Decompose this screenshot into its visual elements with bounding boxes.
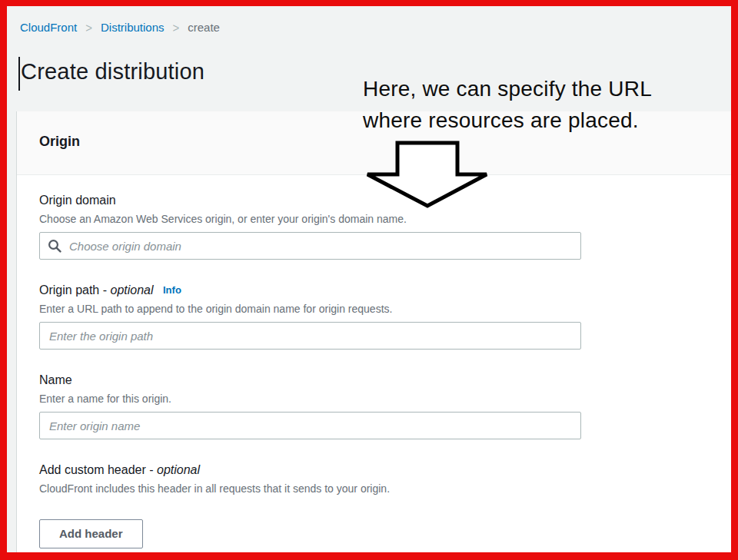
custom-header-description: CloudFront includes this header in all r… (39, 482, 731, 495)
origin-path-description: Enter a URL path to append to the origin… (39, 302, 731, 316)
origin-name-input[interactable] (39, 412, 581, 439)
origin-panel-title: Origin (39, 134, 80, 149)
breadcrumb-current-page: create (188, 21, 220, 34)
origin-path-info-link[interactable]: Info (163, 284, 181, 296)
page-title: Create distribution (21, 59, 204, 84)
add-header-button[interactable]: Add header (39, 519, 143, 548)
down-block-arrow-icon (361, 138, 500, 216)
origin-domain-input-wrap (39, 232, 581, 260)
text-cursor (18, 57, 20, 91)
annotation-line-2: where resources are placed. (363, 104, 701, 136)
origin-name-description: Enter a name for this origin. (39, 392, 731, 406)
custom-header-label: Add custom header - optional (39, 462, 731, 478)
origin-path-optional-text: optional (111, 283, 154, 297)
origin-path-field-group: Origin path - optional Info Enter a URL … (39, 283, 731, 350)
breadcrumb-separator-icon: > (173, 20, 180, 35)
origin-name-label: Name (39, 373, 731, 388)
origin-path-label-text: Origin path - (39, 283, 107, 297)
origin-name-input-wrap (39, 412, 581, 439)
origin-path-input[interactable] (39, 322, 581, 350)
screenshot-frame: CloudFront > Distributions > create Crea… (0, 0, 738, 560)
custom-header-label-text: Add custom header - (39, 463, 154, 476)
origin-domain-input[interactable] (39, 232, 581, 260)
origin-path-input-wrap (39, 322, 581, 350)
origin-panel-body: Origin domain Choose an Amazon Web Servi… (17, 175, 731, 548)
breadcrumb-distributions-link[interactable]: Distributions (101, 21, 165, 34)
annotation-note: Here, we can specify the URL where resou… (363, 73, 701, 136)
origin-name-field-group: Name Enter a name for this origin. (39, 373, 731, 439)
origin-path-label: Origin path - optional Info (39, 283, 731, 298)
annotation-line-1: Here, we can specify the URL (363, 73, 701, 104)
breadcrumb-separator-icon: > (85, 20, 92, 35)
custom-header-optional-text: optional (157, 463, 200, 476)
custom-header-field-group: Add custom header - optional CloudFront … (39, 462, 731, 548)
breadcrumb: CloudFront > Distributions > create (20, 21, 220, 34)
breadcrumb-cloudfront-link[interactable]: CloudFront (20, 21, 77, 34)
